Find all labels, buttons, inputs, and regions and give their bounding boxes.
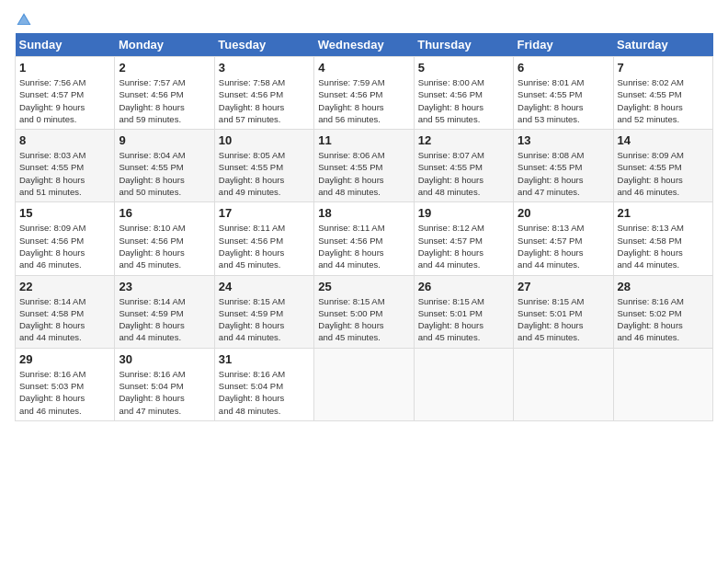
- header-day-thursday: Thursday: [414, 33, 513, 57]
- calendar-week-3: 15Sunrise: 8:09 AMSunset: 4:56 PMDayligh…: [16, 202, 713, 275]
- day-number: 30: [119, 352, 210, 366]
- day-number: 14: [618, 133, 709, 147]
- day-info: Sunrise: 8:15 AMSunset: 5:00 PMDaylight:…: [318, 295, 409, 344]
- day-number: 20: [518, 206, 609, 220]
- header-day-saturday: Saturday: [613, 33, 712, 57]
- day-number: 16: [119, 206, 210, 220]
- day-info: Sunrise: 8:09 AMSunset: 4:56 PMDaylight:…: [19, 222, 110, 270]
- header-day-wednesday: Wednesday: [314, 33, 414, 57]
- day-number: 7: [618, 61, 709, 75]
- calendar-cell: 1Sunrise: 7:56 AMSunset: 4:57 PMDaylight…: [16, 57, 115, 130]
- day-info: Sunrise: 8:12 AMSunset: 4:57 PMDaylight:…: [418, 222, 509, 270]
- day-info: Sunrise: 8:00 AMSunset: 4:56 PMDaylight:…: [418, 76, 509, 125]
- header-day-monday: Monday: [115, 33, 214, 57]
- day-info: Sunrise: 8:01 AMSunset: 4:55 PMDaylight:…: [518, 76, 609, 125]
- day-info: Sunrise: 8:11 AMSunset: 4:56 PMDaylight:…: [318, 222, 409, 270]
- day-number: 6: [518, 61, 609, 75]
- calendar-header: SundayMondayTuesdayWednesdayThursdayFrid…: [16, 33, 713, 57]
- day-number: 31: [219, 352, 310, 366]
- day-number: 8: [19, 133, 110, 147]
- day-info: Sunrise: 8:02 AMSunset: 4:55 PMDaylight:…: [618, 76, 709, 125]
- day-number: 15: [19, 206, 110, 220]
- day-info: Sunrise: 8:06 AMSunset: 4:55 PMDaylight:…: [318, 149, 409, 198]
- calendar-cell: 21Sunrise: 8:13 AMSunset: 4:58 PMDayligh…: [613, 202, 712, 275]
- day-info: Sunrise: 8:16 AMSunset: 5:03 PMDaylight:…: [19, 368, 110, 417]
- day-number: 19: [418, 206, 509, 220]
- calendar-cell: [314, 348, 414, 420]
- day-number: 12: [418, 133, 509, 147]
- calendar-cell: 12Sunrise: 8:07 AMSunset: 4:55 PMDayligh…: [414, 130, 513, 202]
- calendar-cell: 28Sunrise: 8:16 AMSunset: 5:02 PMDayligh…: [613, 275, 712, 348]
- day-info: Sunrise: 8:13 AMSunset: 4:58 PMDaylight:…: [618, 222, 709, 270]
- calendar-cell: 16Sunrise: 8:10 AMSunset: 4:56 PMDayligh…: [115, 202, 214, 275]
- day-number: 29: [19, 352, 110, 366]
- calendar-cell: 29Sunrise: 8:16 AMSunset: 5:03 PMDayligh…: [16, 348, 115, 420]
- day-info: Sunrise: 8:10 AMSunset: 4:56 PMDaylight:…: [119, 222, 210, 270]
- calendar-week-1: 1Sunrise: 7:56 AMSunset: 4:57 PMDaylight…: [16, 57, 713, 130]
- day-number: 13: [518, 133, 609, 147]
- day-info: Sunrise: 8:15 AMSunset: 5:01 PMDaylight:…: [418, 295, 509, 344]
- day-info: Sunrise: 8:08 AMSunset: 4:55 PMDaylight:…: [518, 149, 609, 198]
- calendar-week-4: 22Sunrise: 8:14 AMSunset: 4:58 PMDayligh…: [16, 275, 713, 348]
- calendar-cell: 8Sunrise: 8:03 AMSunset: 4:55 PMDaylight…: [16, 130, 115, 202]
- day-info: Sunrise: 8:15 AMSunset: 5:01 PMDaylight:…: [518, 295, 609, 344]
- calendar-cell: 23Sunrise: 8:14 AMSunset: 4:59 PMDayligh…: [115, 275, 214, 348]
- day-info: Sunrise: 7:58 AMSunset: 4:56 PMDaylight:…: [219, 76, 310, 125]
- calendar-cell: 15Sunrise: 8:09 AMSunset: 4:56 PMDayligh…: [16, 202, 115, 275]
- day-number: 9: [119, 133, 210, 147]
- calendar-cell: 27Sunrise: 8:15 AMSunset: 5:01 PMDayligh…: [514, 275, 613, 348]
- day-number: 3: [219, 61, 310, 75]
- day-number: 11: [318, 133, 409, 147]
- day-info: Sunrise: 8:04 AMSunset: 4:55 PMDaylight:…: [119, 149, 210, 198]
- calendar-cell: [613, 348, 712, 420]
- header-day-tuesday: Tuesday: [214, 33, 313, 57]
- day-info: Sunrise: 8:14 AMSunset: 4:58 PMDaylight:…: [19, 295, 110, 344]
- day-info: Sunrise: 7:56 AMSunset: 4:57 PMDaylight:…: [19, 76, 110, 125]
- header-day-friday: Friday: [514, 33, 613, 57]
- svg-marker-1: [18, 16, 29, 25]
- day-info: Sunrise: 7:57 AMSunset: 4:56 PMDaylight:…: [119, 76, 210, 125]
- day-number: 25: [318, 280, 409, 293]
- day-number: 1: [19, 61, 110, 75]
- logo-icon: [16, 11, 32, 28]
- day-info: Sunrise: 7:59 AMSunset: 4:56 PMDaylight:…: [318, 76, 409, 125]
- day-info: Sunrise: 8:05 AMSunset: 4:55 PMDaylight:…: [219, 149, 310, 198]
- day-number: 23: [119, 280, 210, 293]
- calendar-cell: 6Sunrise: 8:01 AMSunset: 4:55 PMDaylight…: [514, 57, 613, 130]
- calendar-cell: 19Sunrise: 8:12 AMSunset: 4:57 PMDayligh…: [414, 202, 513, 275]
- day-info: Sunrise: 8:16 AMSunset: 5:02 PMDaylight:…: [618, 295, 709, 344]
- calendar-table: SundayMondayTuesdayWednesdayThursdayFrid…: [15, 33, 713, 421]
- calendar-cell: 26Sunrise: 8:15 AMSunset: 5:01 PMDayligh…: [414, 275, 513, 348]
- calendar-cell: [514, 348, 613, 420]
- day-info: Sunrise: 8:15 AMSunset: 4:59 PMDaylight:…: [219, 295, 310, 344]
- calendar-cell: 25Sunrise: 8:15 AMSunset: 5:00 PMDayligh…: [314, 275, 414, 348]
- calendar-cell: 22Sunrise: 8:14 AMSunset: 4:58 PMDayligh…: [16, 275, 115, 348]
- day-number: 2: [119, 61, 210, 75]
- calendar-cell: 24Sunrise: 8:15 AMSunset: 4:59 PMDayligh…: [214, 275, 313, 348]
- calendar-cell: 18Sunrise: 8:11 AMSunset: 4:56 PMDayligh…: [314, 202, 414, 275]
- calendar-cell: 9Sunrise: 8:04 AMSunset: 4:55 PMDaylight…: [115, 130, 214, 202]
- day-number: 21: [618, 206, 709, 220]
- calendar-cell: 14Sunrise: 8:09 AMSunset: 4:55 PMDayligh…: [613, 130, 712, 202]
- calendar-cell: 17Sunrise: 8:11 AMSunset: 4:56 PMDayligh…: [214, 202, 313, 275]
- day-info: Sunrise: 8:07 AMSunset: 4:55 PMDaylight:…: [418, 149, 509, 198]
- day-info: Sunrise: 8:16 AMSunset: 5:04 PMDaylight:…: [219, 368, 310, 417]
- calendar-week-5: 29Sunrise: 8:16 AMSunset: 5:03 PMDayligh…: [16, 348, 713, 420]
- day-number: 17: [219, 206, 310, 220]
- calendar-cell: 11Sunrise: 8:06 AMSunset: 4:55 PMDayligh…: [314, 130, 414, 202]
- day-number: 24: [219, 280, 310, 293]
- calendar-cell: 13Sunrise: 8:08 AMSunset: 4:55 PMDayligh…: [514, 130, 613, 202]
- calendar-cell: 31Sunrise: 8:16 AMSunset: 5:04 PMDayligh…: [214, 348, 313, 420]
- day-number: 22: [19, 280, 110, 293]
- day-number: 10: [219, 133, 310, 147]
- calendar-cell: [414, 348, 513, 420]
- calendar-cell: 2Sunrise: 7:57 AMSunset: 4:56 PMDaylight…: [115, 57, 214, 130]
- calendar-cell: 5Sunrise: 8:00 AMSunset: 4:56 PMDaylight…: [414, 57, 513, 130]
- calendar-cell: 7Sunrise: 8:02 AMSunset: 4:55 PMDaylight…: [613, 57, 712, 130]
- header-day-sunday: Sunday: [16, 33, 115, 57]
- day-info: Sunrise: 8:13 AMSunset: 4:57 PMDaylight:…: [518, 222, 609, 270]
- day-info: Sunrise: 8:03 AMSunset: 4:55 PMDaylight:…: [19, 149, 110, 198]
- calendar-cell: 20Sunrise: 8:13 AMSunset: 4:57 PMDayligh…: [514, 202, 613, 275]
- day-info: Sunrise: 8:11 AMSunset: 4:56 PMDaylight:…: [219, 222, 310, 270]
- day-number: 4: [318, 61, 409, 75]
